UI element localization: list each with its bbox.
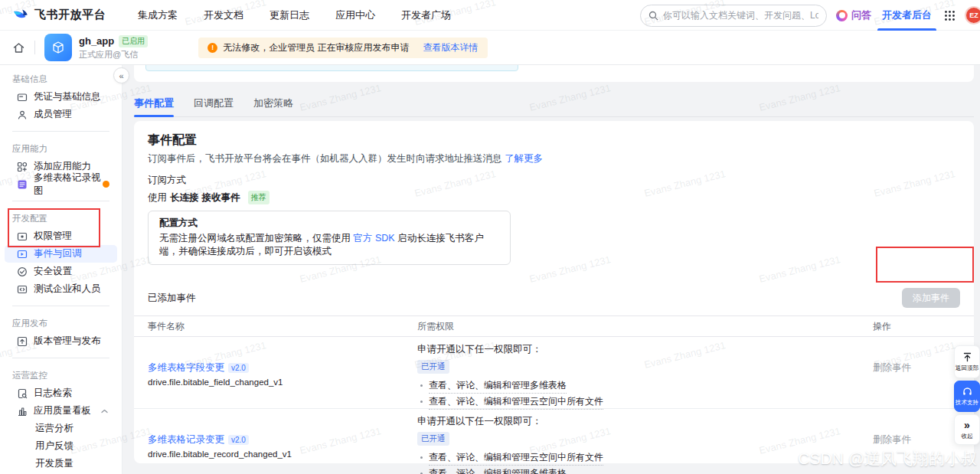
col-action: 操作: [873, 320, 960, 333]
sidebar-item-security[interactable]: 安全设置: [5, 263, 117, 280]
test-org-icon: [17, 284, 28, 295]
divider: [12, 358, 109, 358]
qa-entry[interactable]: 问答: [836, 8, 871, 22]
app-status-badge: 已启用: [119, 35, 148, 47]
divider: [12, 131, 109, 132]
perm-text[interactable]: 查看、评论、编辑和管理云空间中所有文件: [429, 394, 603, 410]
config-mode-title: 配置方式: [159, 217, 499, 230]
feishu-logo-icon: [12, 7, 29, 24]
table-row: 多维表格字段变更v2.0 drive.file.bitable_field_ch…: [134, 337, 974, 409]
home-icon[interactable]: [12, 41, 25, 54]
col-event-name: 事件名称: [148, 320, 417, 333]
scrolled-card-remnant: [134, 65, 974, 82]
event-code: drive.file.bitable_field_changed_v1: [148, 378, 417, 387]
platform-title: 飞书开放平台: [34, 8, 106, 22]
sidebar-item-label: 凭证与基础信息: [34, 90, 101, 103]
divider: [34, 41, 35, 54]
app-name: gh_app: [79, 35, 114, 47]
warning-text: 无法修改，企业管理员 正在审核应用发布申请: [223, 41, 409, 54]
tab-encryption-strategy[interactable]: 加密策略: [253, 92, 293, 116]
section-dev-config: 开发配置: [0, 209, 122, 227]
collapse-panel-label: 收起: [961, 432, 972, 440]
sidebar-item-events-callbacks[interactable]: 事件与回调: [5, 245, 117, 263]
event-name-link[interactable]: 多维表格字段变更: [148, 362, 224, 373]
sidebar-item-label: 应用质量看板: [34, 404, 91, 417]
sidebar-item-dev-quality[interactable]: 开发质量: [5, 455, 117, 472]
top-menu: 集成方案 开发文档 更新日志 应用中心 开发者广场: [138, 8, 451, 22]
tech-support-button[interactable]: 技术支持: [954, 381, 980, 412]
sidebar-item-ops-analysis[interactable]: 运营分析: [5, 420, 117, 437]
tab-callback-config[interactable]: 回调配置: [194, 92, 234, 116]
member-icon: [17, 110, 28, 120]
tab-event-config[interactable]: 事件配置: [134, 92, 174, 116]
page-description: 订阅事件后，飞书开放平台将会在事件（如机器人入群）发生时向请求地址推送消息 了解…: [148, 152, 960, 165]
delete-event-button[interactable]: 删除事件: [873, 434, 911, 445]
developer-console-label: 开发者后台: [882, 9, 932, 21]
add-event-button[interactable]: 添加事件: [902, 288, 960, 308]
perm-item: 查看、评论、编辑和管理云空间中所有文件: [417, 449, 873, 466]
version-badge: v2.0: [228, 435, 249, 445]
back-to-top-label: 返回顶部: [956, 364, 978, 371]
description-text: 订阅事件后，飞书开放平台将会在事件（如机器人入群）发生时向请求地址推送消息: [148, 153, 502, 164]
perm-intro: 申请开通以下任一权限即可：: [417, 415, 873, 427]
search-icon: [648, 11, 658, 21]
version-detail-link[interactable]: 查看版本详情: [423, 41, 479, 54]
review-warning-banner: ! 无法修改，企业管理员 正在审核应用发布申请 查看版本详情: [198, 38, 487, 58]
user-avatar[interactable]: EZ: [965, 6, 980, 25]
page-title: 事件配置: [148, 132, 960, 149]
log-search-icon: [17, 388, 28, 399]
headset-icon: [962, 387, 972, 397]
subscribe-suffix: 接收事件: [202, 191, 240, 204]
menu-changelog[interactable]: 更新日志: [270, 8, 309, 22]
sidebar-item-members[interactable]: 成员管理: [5, 106, 117, 123]
config-mode-box: 配置方式 无需注册公网域名或配置加密策略，仅需使用 官方 SDK 启动长连接飞书…: [148, 211, 511, 265]
menu-integration[interactable]: 集成方案: [138, 8, 178, 22]
section-basic-info: 基础信息: [0, 70, 122, 88]
perm-text[interactable]: 查看、评论、编辑和管理多维表格: [429, 378, 567, 394]
perm-text[interactable]: 查看、评论、编辑和管理多维表格: [429, 466, 567, 474]
learn-more-link[interactable]: 了解更多: [505, 153, 543, 164]
sidebar-item-version-release[interactable]: 版本管理与发布: [5, 332, 117, 350]
config-tabs: 事件配置 回调配置 加密策略: [134, 92, 974, 117]
perm-list: 查看、评论、编辑和管理多维表格 查看、评论、编辑和管理云空间中所有文件: [417, 378, 873, 410]
table-header: 事件名称 所需权限 操作: [134, 315, 974, 337]
table-row: 多维表格记录变更v2.0 drive.file.bitable_record_c…: [134, 409, 974, 474]
recommend-badge: 推荐: [248, 191, 270, 204]
back-to-top-button[interactable]: 返回顶部: [954, 345, 980, 378]
official-sdk-link[interactable]: 官方 SDK: [353, 233, 394, 244]
sidebar-item-label: 多维表格记录视图: [34, 172, 109, 198]
sidebar-item-test-org[interactable]: 测试企业和人员: [5, 280, 117, 298]
sidebar-item-label: 开发质量: [35, 457, 74, 470]
section-app-release: 应用发布: [0, 314, 122, 332]
event-name-link[interactable]: 多维表格记录变更: [148, 434, 224, 445]
search-input[interactable]: [663, 10, 818, 21]
sidebar-item-credentials[interactable]: 凭证与基础信息: [5, 88, 117, 106]
menu-dev-marketplace[interactable]: 开发者广场: [401, 8, 451, 22]
version-badge: v2.0: [228, 363, 249, 373]
sidebar-item-user-feedback[interactable]: 用户反馈: [5, 437, 117, 455]
double-chevron-right-icon: »: [964, 420, 970, 430]
credential-icon: [17, 92, 28, 103]
events-table: 事件名称 所需权限 操作 多维表格字段变更v2.0 drive.file.bit…: [134, 315, 974, 474]
config-text-part1: 无需注册公网域名或配置加密策略，仅需使用: [159, 233, 351, 244]
perm-text[interactable]: 查看、评论、编辑和管理云空间中所有文件: [429, 449, 603, 466]
delete-event-button[interactable]: 删除事件: [873, 362, 911, 373]
scrolled-input-remnant: [145, 65, 518, 71]
quality-dashboard-icon: [17, 406, 28, 417]
sidebar-item-bitable-view[interactable]: 多维表格记录视图: [5, 175, 117, 193]
collapse-panel-button[interactable]: » 收起: [954, 414, 980, 445]
menu-docs[interactable]: 开发文档: [204, 8, 243, 22]
sidebar-item-log-search[interactable]: 日志检索: [5, 384, 117, 402]
feishu-logo[interactable]: 飞书开放平台: [12, 7, 106, 24]
event-code: drive.file.bitable_record_changed_v1: [148, 449, 417, 459]
apps-grid-icon[interactable]: [944, 10, 956, 21]
developer-console-link[interactable]: 开发者后台: [882, 0, 932, 31]
global-search[interactable]: [640, 5, 827, 27]
menu-app-center[interactable]: 应用中心: [335, 8, 375, 22]
sidebar-collapse-button[interactable]: «: [113, 67, 129, 83]
warning-icon: !: [207, 43, 217, 53]
sidebar-item-label: 安全设置: [34, 265, 72, 278]
sidebar-item-quality-dashboard[interactable]: 应用质量看板: [5, 402, 117, 420]
chevron-up-icon[interactable]: [101, 409, 108, 414]
sidebar-item-permissions[interactable]: 权限管理: [5, 227, 117, 245]
